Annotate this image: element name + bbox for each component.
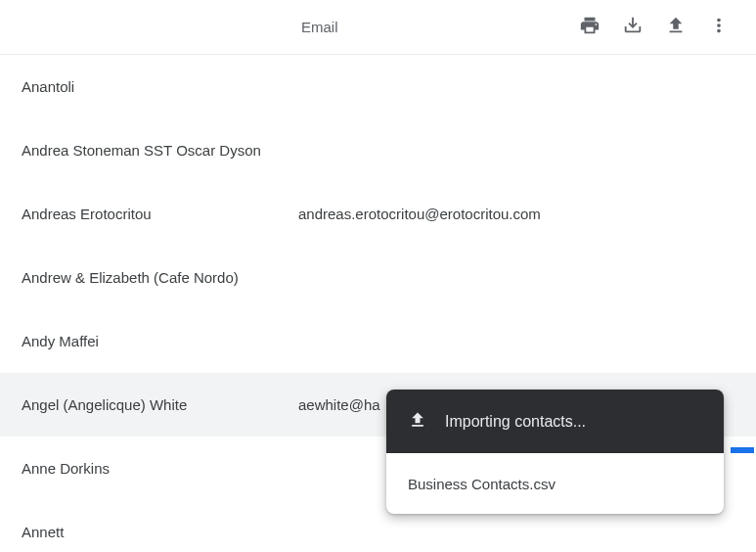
import-button[interactable] [656, 8, 695, 47]
contact-name: Andy Maffei [22, 333, 298, 349]
more-vert-icon [708, 15, 730, 39]
contact-name: Anantoli [22, 78, 298, 95]
toast-title: Importing contacts... [445, 413, 586, 431]
contact-email: andreas.erotocritou@erotocritou.com [298, 206, 756, 222]
toast-body: Business Contacts.csv [386, 453, 724, 514]
toolbar: Email [0, 0, 756, 55]
download-icon [622, 15, 644, 39]
contact-name: Andreas Erotocritou [22, 206, 298, 222]
contact-row[interactable]: Andrea Stoneman SST Oscar Dyson [0, 118, 756, 182]
contact-name: Anne Dorkins [22, 460, 298, 477]
print-icon [579, 15, 600, 39]
more-button[interactable] [699, 8, 738, 47]
export-button[interactable] [613, 8, 652, 47]
contact-name: Andrew & Elizabeth (Cafe Nordo) [22, 269, 298, 286]
contact-row[interactable]: Andy Maffei [0, 309, 756, 373]
import-toast: Importing contacts... Business Contacts.… [386, 390, 724, 514]
print-button[interactable] [570, 8, 609, 47]
contact-row[interactable]: Andreas Erotocritou andreas.erotocritou@… [0, 182, 756, 246]
contact-name: Angel (Angelicque) White [22, 396, 298, 413]
column-header-email: Email [301, 19, 338, 35]
upload-icon [665, 15, 687, 39]
contact-name: Andrea Stoneman SST Oscar Dyson [22, 142, 298, 159]
import-progress-indicator [731, 447, 754, 453]
contact-row[interactable]: Anantoli [0, 55, 756, 118]
toast-header: Importing contacts... [386, 390, 724, 453]
contact-name: Annett [22, 524, 298, 540]
toast-filename: Business Contacts.csv [408, 476, 556, 492]
contact-row[interactable]: Andrew & Elizabeth (Cafe Nordo) [0, 246, 756, 309]
upload-icon [408, 410, 427, 434]
